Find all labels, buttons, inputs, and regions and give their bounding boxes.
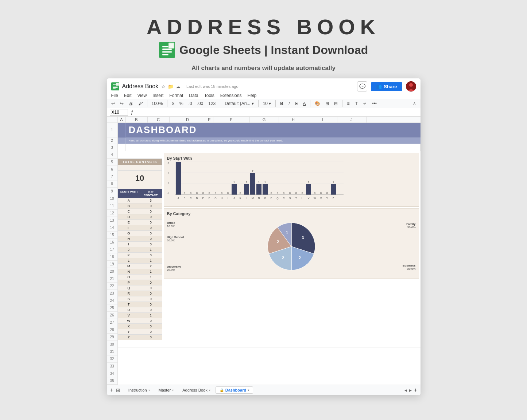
svg-text:J: J bbox=[233, 197, 235, 199]
tab-instruction[interactable]: Instruction ▾ bbox=[125, 387, 154, 393]
row-num-14: 14 bbox=[107, 224, 117, 232]
row-num-2: 2 bbox=[107, 137, 117, 144]
row-num-16: 16 bbox=[107, 239, 117, 246]
share-button[interactable]: 👥 Share bbox=[371, 82, 402, 91]
svg-text:1: 1 bbox=[264, 181, 266, 183]
menu-file[interactable]: File bbox=[111, 93, 118, 98]
table-cell-letter: G bbox=[118, 231, 140, 236]
row-num-27: 27 bbox=[107, 319, 117, 326]
table-row-S: S 0 bbox=[118, 296, 162, 302]
font-size-selector[interactable]: 10 ▾ bbox=[261, 100, 273, 107]
cloud-icon[interactable]: ☁ bbox=[176, 84, 181, 89]
font-selector[interactable]: Default (Ari... ▾ bbox=[223, 100, 255, 107]
svg-text:B: B bbox=[183, 197, 185, 199]
svg-text:N: N bbox=[258, 197, 260, 199]
svg-text:0: 0 bbox=[271, 192, 272, 194]
menu-help[interactable]: Help bbox=[247, 93, 256, 98]
table-cell-count: 0 bbox=[140, 231, 162, 236]
menu-view[interactable]: View bbox=[137, 93, 147, 98]
row-num-9: 9 bbox=[107, 188, 117, 195]
lock-icon: 🔒 bbox=[220, 388, 224, 392]
fill-color-button[interactable]: 🎨 bbox=[313, 100, 322, 107]
col-header-F: F bbox=[213, 117, 250, 122]
ss-bottom-tabs: + ⊞ Instruction ▾ Master ▾ Address Book … bbox=[107, 385, 421, 395]
undo-button[interactable]: ↩ bbox=[110, 100, 116, 107]
sheet-scroll-right[interactable]: ▸ bbox=[409, 387, 412, 393]
strikethrough-button[interactable]: S bbox=[293, 100, 299, 107]
sheet-scroll-left[interactable]: ◂ bbox=[404, 387, 407, 393]
italic-button[interactable]: I bbox=[287, 100, 291, 107]
paint-format-button[interactable]: 🖌 bbox=[137, 100, 144, 107]
menu-edit[interactable]: Edit bbox=[124, 93, 132, 98]
col-header-H: H bbox=[279, 117, 308, 122]
row-num-13: 13 bbox=[107, 217, 117, 224]
user-avatar[interactable] bbox=[406, 81, 416, 92]
row-num-17: 17 bbox=[107, 246, 117, 253]
svg-text:2: 2 bbox=[282, 256, 284, 260]
table-row-D: D 0 bbox=[118, 214, 162, 220]
decimal-less-button[interactable]: .0 bbox=[187, 100, 194, 107]
svg-text:1: 1 bbox=[333, 181, 334, 183]
collapse-button[interactable]: ∧ bbox=[411, 100, 418, 107]
table-row-B: B 0 bbox=[118, 203, 162, 209]
svg-text:0: 0 bbox=[240, 192, 241, 194]
svg-text:3: 3 bbox=[302, 236, 304, 240]
format-type[interactable]: 123 bbox=[207, 100, 217, 107]
ss-main-content: DASHBOARD Keep all contacts along with p… bbox=[118, 123, 421, 385]
menu-insert[interactable]: Insert bbox=[152, 93, 163, 98]
row-num-18: 18 bbox=[107, 253, 117, 261]
row-num-3: 3 bbox=[107, 144, 117, 151]
table-row-H: H 0 bbox=[118, 236, 162, 242]
tab-address-book[interactable]: Address Book ▾ bbox=[179, 387, 214, 393]
tab-dashboard[interactable]: 🔒 Dashboard ▾ bbox=[216, 386, 253, 394]
more-button[interactable]: ••• bbox=[371, 100, 378, 107]
text-color-button[interactable]: A bbox=[301, 100, 307, 107]
ss-doc-title[interactable]: Address Book bbox=[122, 83, 159, 90]
business-label: Business 20.0% bbox=[403, 264, 416, 271]
row-num-4: 4 bbox=[107, 151, 117, 159]
folder-icon[interactable]: 📁 bbox=[168, 84, 174, 89]
subtitle-row: Google Sheets | Instant Download bbox=[159, 42, 368, 58]
dashboard-header-row: DASHBOARD bbox=[118, 123, 421, 137]
currency-button[interactable]: $ bbox=[170, 100, 176, 107]
table-row-J: J 1 bbox=[118, 247, 162, 253]
menu-tools[interactable]: Tools bbox=[204, 93, 214, 98]
print-button[interactable]: 🖨 bbox=[127, 100, 135, 107]
col-count-header: # of CONTACT bbox=[140, 189, 162, 198]
menu-format[interactable]: Format bbox=[169, 93, 183, 98]
svg-text:1: 1 bbox=[246, 181, 247, 183]
table-cell-count: 0 bbox=[140, 307, 162, 313]
table-cell-letter: C bbox=[118, 209, 140, 214]
comment-icon[interactable]: 💬 bbox=[357, 81, 367, 92]
svg-text:1: 1 bbox=[286, 230, 288, 234]
table-row-L: L 1 bbox=[118, 258, 162, 264]
tab-master[interactable]: Master ▾ bbox=[155, 387, 178, 393]
percent-button[interactable]: % bbox=[178, 100, 185, 107]
add-sheet-button[interactable]: + bbox=[110, 387, 113, 393]
valign-button[interactable]: ⊤ bbox=[353, 100, 360, 107]
col-header-D: D bbox=[170, 117, 206, 122]
table-cell-letter: R bbox=[118, 291, 140, 296]
row-num-28: 28 bbox=[107, 326, 117, 334]
borders-button[interactable]: ⊞ bbox=[324, 100, 330, 107]
star-icon[interactable]: ☆ bbox=[161, 84, 166, 89]
zoom-selector[interactable]: 100% bbox=[150, 100, 164, 107]
svg-text:S: S bbox=[289, 197, 291, 199]
redo-button[interactable]: ↪ bbox=[119, 100, 125, 107]
align-button[interactable]: ≡ bbox=[345, 100, 351, 107]
table-row-T: T 0 bbox=[118, 302, 162, 307]
table-row-E: E 0 bbox=[118, 220, 162, 225]
wrap-button[interactable]: ↵ bbox=[362, 100, 368, 107]
bold-button[interactable]: B bbox=[279, 100, 285, 107]
decimal-more-button[interactable]: .00 bbox=[196, 100, 205, 107]
row-3 bbox=[118, 144, 421, 151]
table-cell-count: 3 bbox=[140, 198, 162, 203]
merge-button[interactable]: ⊟ bbox=[333, 100, 339, 107]
menu-extensions[interactable]: Extensions bbox=[220, 93, 242, 98]
svg-text:2: 2 bbox=[299, 256, 301, 260]
sheet-grid-button[interactable]: ⊞ bbox=[116, 387, 120, 393]
table-cell-letter: W bbox=[118, 318, 140, 324]
cell-reference[interactable] bbox=[110, 109, 128, 116]
menu-data[interactable]: Data bbox=[189, 93, 198, 98]
add-sheet-right-button[interactable]: + bbox=[414, 387, 417, 393]
